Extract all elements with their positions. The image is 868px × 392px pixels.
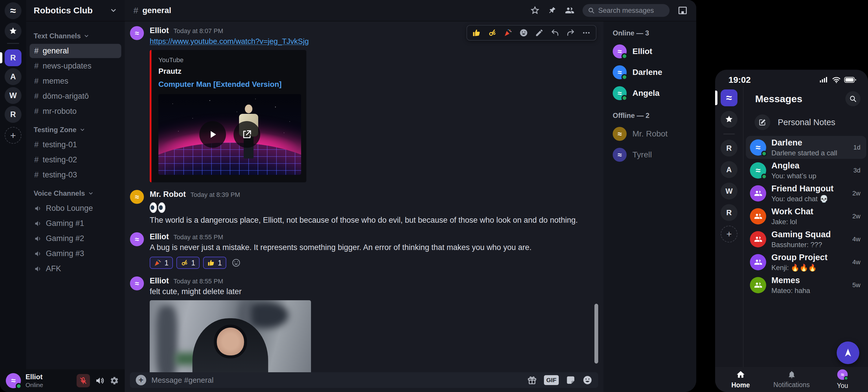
- emoji-picker-icon[interactable]: [519, 28, 528, 37]
- edit-pencil-icon[interactable]: [535, 28, 544, 37]
- party-popper-icon[interactable]: [504, 28, 512, 37]
- server-icon[interactable]: R: [5, 49, 22, 66]
- chat-row[interactable]: Anglea You: what’s up 3d: [746, 159, 866, 182]
- nav-notifications[interactable]: Notifications: [766, 367, 817, 392]
- app-logo-button[interactable]: [5, 2, 22, 19]
- chat-row[interactable]: Gaming Squad Basshunter: ??? 4w: [746, 228, 866, 251]
- more-ellipsis-icon[interactable]: [582, 28, 591, 37]
- search-input[interactable]: [598, 6, 664, 15]
- avatar[interactable]: [130, 26, 144, 40]
- server-initial: A: [726, 165, 732, 174]
- member-row[interactable]: Darlene: [613, 64, 696, 81]
- channel-item[interactable]: testing-01: [30, 138, 121, 152]
- search-button[interactable]: [845, 91, 861, 106]
- channel-item[interactable]: mr-roboto: [30, 104, 121, 118]
- channel-name: testing-03: [43, 170, 77, 179]
- add-server-button[interactable]: +: [721, 226, 738, 243]
- channel-item[interactable]: Gaming #3: [30, 247, 121, 261]
- server-icon[interactable]: W: [721, 183, 738, 199]
- members-icon[interactable]: [564, 5, 575, 16]
- message-author[interactable]: Elliot: [150, 232, 169, 241]
- message-author[interactable]: Mr. Robot: [150, 190, 186, 199]
- channel-item[interactable]: AFK: [30, 262, 121, 276]
- channel-item[interactable]: Gaming #1: [30, 216, 121, 230]
- ok-hand-icon[interactable]: [488, 28, 497, 37]
- server-icon[interactable]: R: [5, 106, 22, 123]
- server-icon[interactable]: A: [5, 68, 22, 85]
- server-rail: R A W R +: [0, 0, 26, 392]
- channel-item[interactable]: Gaming #2: [30, 231, 121, 246]
- forward-icon[interactable]: [566, 28, 575, 37]
- avatar[interactable]: [130, 232, 144, 246]
- favourites-button[interactable]: [5, 23, 22, 39]
- channel-item[interactable]: Robo Lounge: [30, 201, 121, 216]
- server-icon[interactable]: A: [721, 161, 738, 178]
- add-reaction-icon[interactable]: [231, 258, 241, 268]
- server-icon[interactable]: R: [721, 204, 738, 221]
- member-row[interactable]: Mr. Robot: [613, 125, 696, 142]
- reply-icon[interactable]: [551, 28, 559, 37]
- user-avatar[interactable]: [6, 373, 21, 388]
- new-chat-fab[interactable]: [837, 341, 859, 364]
- pin-icon[interactable]: [548, 6, 556, 15]
- message-search[interactable]: [583, 4, 670, 17]
- chat-row[interactable]: Friend Hangout You: dead chat 💀 2w: [746, 182, 866, 205]
- channel-section-header[interactable]: Text Channels: [26, 26, 125, 43]
- member-row[interactable]: Elliot: [613, 43, 696, 60]
- message-input[interactable]: [151, 376, 522, 385]
- member-row[interactable]: Tyrell: [613, 146, 696, 163]
- channel-item[interactable]: memes: [30, 74, 121, 88]
- channel-item[interactable]: testing-03: [30, 168, 121, 182]
- message-author[interactable]: Elliot: [150, 276, 169, 285]
- compose-icon-circle: [754, 114, 770, 130]
- message-link[interactable]: https://www.youtube.com/watch?v=jeg_TJvk…: [150, 37, 309, 46]
- channel-section-header[interactable]: Voice Channels: [26, 183, 125, 200]
- open-external-button[interactable]: [234, 121, 260, 148]
- sidebar-toggle-icon[interactable]: [678, 5, 687, 16]
- avatar: [750, 162, 766, 178]
- star-icon[interactable]: [530, 6, 539, 15]
- channel-section-header[interactable]: Testing Zone: [26, 119, 125, 137]
- mute-microphone-button[interactable]: [76, 374, 90, 387]
- section-title: Testing Zone: [34, 126, 76, 134]
- server-icon[interactable]: R: [721, 140, 738, 157]
- channel-item[interactable]: news-updates: [30, 59, 121, 73]
- channel-item[interactable]: general: [30, 44, 121, 58]
- reaction-ok-hand[interactable]: 1: [176, 257, 199, 269]
- embed-title[interactable]: Computer Man [Extended Version]: [158, 80, 300, 89]
- channel-item[interactable]: dōmo-arigatō: [30, 89, 121, 103]
- deafen-speaker-icon[interactable]: [95, 376, 104, 385]
- avatar[interactable]: [130, 190, 144, 204]
- app-logo-button[interactable]: [721, 89, 738, 106]
- add-server-button[interactable]: +: [5, 127, 22, 144]
- chat-row[interactable]: Work Chat Jake: lol 2w: [746, 205, 866, 228]
- embed-author: Prautz: [158, 67, 300, 76]
- member-row[interactable]: Angela: [613, 85, 696, 102]
- nav-you[interactable]: You: [817, 367, 868, 392]
- sticker-icon[interactable]: [566, 375, 576, 385]
- chat-row[interactable]: Memes Mateo: haha 5w: [746, 274, 866, 297]
- chat-scrollbar[interactable]: [594, 304, 598, 364]
- navigate-arrow-icon: [843, 347, 853, 358]
- settings-gear-icon[interactable]: [110, 376, 119, 385]
- channel-item[interactable]: testing-02: [30, 153, 121, 167]
- attach-plus-icon[interactable]: [136, 375, 146, 385]
- play-button[interactable]: [199, 121, 226, 148]
- gift-icon[interactable]: [527, 375, 537, 385]
- server-icon[interactable]: W: [5, 87, 22, 104]
- emoji-icon[interactable]: [583, 375, 592, 385]
- message-author[interactable]: Elliot: [150, 26, 169, 35]
- avatar[interactable]: [130, 276, 144, 290]
- favourites-button[interactable]: [721, 111, 738, 128]
- reaction-party[interactable]: 1: [150, 257, 173, 269]
- server-header[interactable]: Robotics Club: [26, 0, 125, 22]
- nav-home[interactable]: Home: [715, 367, 766, 392]
- compose-icon: [758, 118, 766, 126]
- thumbs-up-icon[interactable]: [472, 28, 481, 37]
- reaction-thumbs-up[interactable]: 1: [203, 257, 226, 269]
- gif-picker-button[interactable]: GIF: [544, 375, 559, 385]
- chat-row[interactable]: Group Project Kenji: 🔥🔥🔥 4w: [746, 251, 866, 274]
- personal-notes-row[interactable]: Personal Notes: [754, 114, 868, 130]
- chat-row[interactable]: Darlene Darlene started a call 1d: [746, 136, 866, 159]
- message-image[interactable]: [150, 300, 311, 372]
